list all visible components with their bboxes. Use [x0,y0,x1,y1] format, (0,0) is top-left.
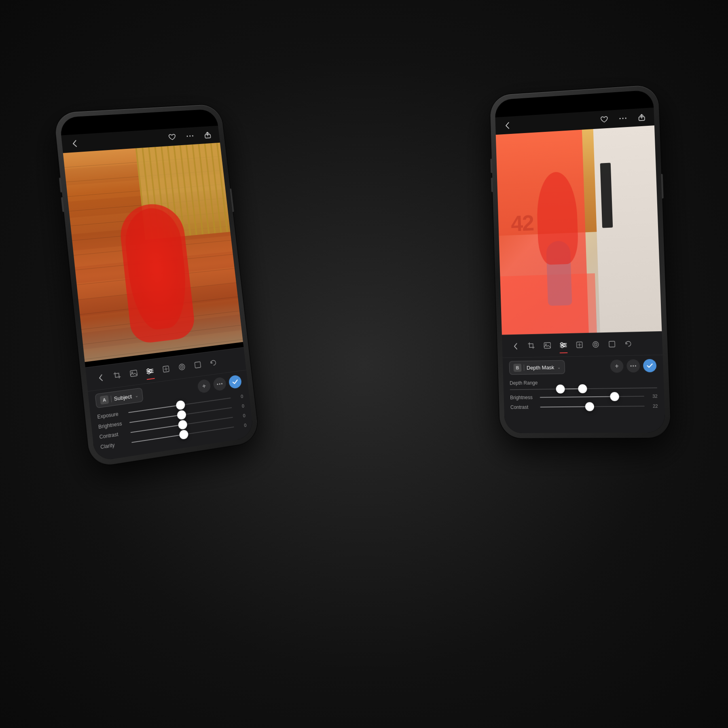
divider-right [524,364,524,371]
svg-point-17 [620,118,621,119]
phone-left-screen: A Subject ⌄ + [59,109,254,462]
contrast-thumb-left[interactable] [178,420,187,430]
mask-add-left[interactable]: + [197,379,211,394]
phones-container: A Subject ⌄ + [40,40,688,688]
svg-point-16 [221,383,222,384]
volume-down-button[interactable] [61,197,64,212]
brightness-fill-left [129,415,182,423]
share-icon-left[interactable] [202,129,214,140]
mask-arrow-right: ⌄ [557,365,561,369]
mask-confirm-right[interactable] [643,359,657,372]
exposure-thumb[interactable] [176,400,185,410]
share-icon-right[interactable] [636,111,648,123]
mask-badge-right[interactable]: B Depth Mask ⌄ [509,360,565,375]
volume-up-button[interactable] [59,178,62,192]
back-icon-right[interactable] [502,119,513,131]
volume-down-button-right[interactable] [491,178,493,192]
svg-point-5 [131,372,133,373]
brightness-fill-right [540,396,615,398]
tool-pen-right[interactable] [572,337,587,352]
heart-icon-right[interactable] [598,114,610,126]
contrast-label-right: Contrast [510,404,540,411]
svg-point-32 [633,365,634,366]
volume-up-button-right[interactable] [490,159,492,173]
depth-thumb-left[interactable] [556,385,565,394]
tool-sliders-right[interactable] [556,338,571,353]
contrast-thumb-right[interactable] [585,402,595,411]
svg-point-24 [563,344,565,346]
exposure-value: 0 [233,394,243,400]
svg-point-23 [561,343,563,345]
side-buttons-right-phone [490,159,493,192]
mask-actions-left: + [197,375,242,394]
mask-more-right[interactable] [626,359,640,372]
brightness-track-right[interactable] [540,396,644,398]
exposure-fill [128,405,180,413]
toolbar-right-right [598,111,648,125]
svg-rect-30 [609,341,615,347]
svg-point-19 [625,118,626,119]
svg-point-22 [545,344,546,345]
svg-rect-21 [544,343,550,348]
tool-image-right[interactable] [540,338,555,353]
side-buttons-right [230,188,234,212]
tool-target-left[interactable] [174,359,190,375]
tool-image-left[interactable] [125,365,142,381]
brightness-thumb-right[interactable] [610,392,619,401]
power-button-right[interactable] [661,174,664,199]
tool-square-left[interactable] [190,357,205,373]
svg-point-18 [622,118,624,119]
tool-history-right[interactable] [621,336,636,351]
svg-point-29 [595,344,596,345]
toolbar-right-left [166,129,214,143]
svg-point-25 [561,346,563,348]
tool-sliders-left[interactable] [142,363,158,379]
tool-history-left[interactable] [205,355,221,371]
clarity-fill-left [131,434,184,443]
clarity-label-left: Clarity [100,440,132,450]
phone-left: A Subject ⌄ + [54,104,259,468]
tool-target-right[interactable] [588,337,603,352]
heart-icon-left[interactable] [166,131,178,143]
depth-range-track[interactable] [510,387,657,390]
depth-thumb-right[interactable] [578,384,587,393]
more-icon-right[interactable] [617,112,629,125]
contrast-fill-right [540,406,590,407]
svg-rect-13 [195,362,201,368]
clarity-thumb-left[interactable] [179,430,188,440]
svg-point-7 [150,370,152,372]
mask-more-left[interactable] [213,377,226,391]
mask-confirm-left[interactable] [228,375,242,389]
more-icon-left[interactable] [184,130,196,142]
tool-crop-right[interactable] [524,339,539,353]
svg-point-33 [635,365,636,366]
contrast-label-left: Contrast [99,430,131,440]
edit-panel-left: A Subject ⌄ + [85,347,254,461]
photo-area-right: 42 [496,125,662,337]
sliders-area-right: Depth Range Brightness [503,376,665,419]
brightness-thumb-left[interactable] [176,410,186,420]
power-button[interactable] [230,188,234,212]
svg-point-0 [186,135,188,137]
photo-area-left [63,143,243,362]
phone-right: 42 [490,85,671,438]
contrast-track-right[interactable] [540,406,645,407]
brightness-value-right: 32 [648,394,658,399]
back-icon-left[interactable] [68,138,80,150]
tool-pen-left[interactable] [158,361,174,377]
tool-crop-left[interactable] [109,367,126,384]
add-label-left: + [202,383,206,389]
tool-back-left[interactable] [93,369,109,386]
mask-actions-right: + [610,359,656,372]
divider-left [111,396,112,402]
mask-add-right[interactable]: + [610,360,624,373]
tool-back-right[interactable] [508,339,523,353]
number-1-bar [600,163,613,228]
mask-badge-left[interactable]: A Subject ⌄ [95,387,144,408]
exposure-label: Exposure [97,410,129,420]
tool-square-right[interactable] [604,336,620,351]
mask-row-right: B Depth Mask ⌄ + [503,355,664,378]
slider-brightness-right: Brightness 32 [510,393,658,400]
depth-range-row [510,387,657,390]
svg-point-6 [147,368,149,371]
